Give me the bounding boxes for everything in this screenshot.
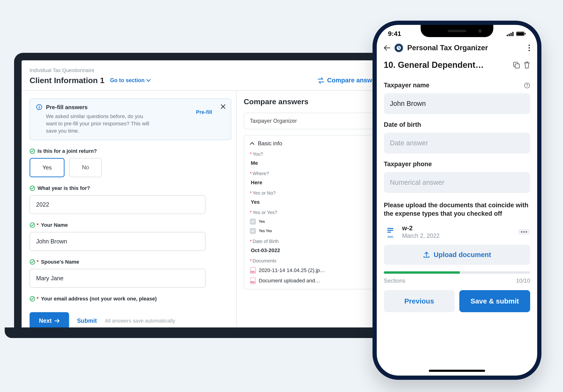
option-no[interactable]: No	[69, 158, 102, 177]
chevron-down-icon	[146, 79, 151, 82]
required-star: *	[37, 296, 39, 302]
question-spouse-name: * Spouse's Name	[30, 259, 231, 265]
previous-button[interactable]: Previous	[384, 290, 455, 312]
trash-icon[interactable]	[524, 61, 530, 69]
document-row[interactable]: IMG Document uploaded and…	[250, 277, 388, 284]
laptop-base	[5, 327, 426, 338]
dob-label: Date of birth	[384, 121, 530, 128]
upload-document-button[interactable]: Upload document	[384, 245, 530, 265]
accordion-header[interactable]: Basic info	[250, 140, 388, 147]
prefill-banner: Pre-fill answers We asked similar questi…	[30, 98, 231, 140]
app-title: Personal Tax Organizer	[407, 44, 488, 52]
phone-body: Taxpayer name ? John Brown Date of birth…	[377, 72, 537, 284]
laptop-screen: Individual Tax Questionnaire Client Info…	[14, 53, 416, 327]
yesyes-label: *Yes or Yes?	[250, 210, 388, 215]
goto-label: Go to section	[110, 77, 144, 84]
checkbox-icon	[250, 228, 256, 234]
dob-label: *Date of Birth	[250, 239, 388, 244]
svg-rect-6	[39, 106, 40, 109]
back-icon[interactable]	[384, 45, 390, 51]
organizer-select[interactable]: Taxpayer Organizer	[244, 113, 394, 129]
submit-button[interactable]: Submit	[77, 317, 97, 324]
check-icon	[30, 296, 35, 302]
status-time: 9:41	[388, 30, 401, 38]
svg-rect-31	[387, 228, 393, 229]
file-row[interactable]: DOC w-2 March 2, 2022	[384, 223, 530, 241]
svg-point-25	[528, 47, 530, 49]
next-button[interactable]: Next	[30, 312, 69, 327]
save-submit-button[interactable]: Save & submit	[459, 290, 530, 312]
taxpayer-name-label: Taxpayer name ?	[384, 82, 530, 89]
clock-icon	[395, 44, 403, 52]
svg-rect-33	[387, 232, 391, 233]
checkbox-yesyes[interactable]: Yes Yes	[250, 228, 388, 234]
name-field[interactable]: John Brown	[30, 232, 205, 251]
check-icon	[30, 148, 35, 154]
prefill-title: Pre-fill answers	[46, 104, 154, 111]
copy-icon[interactable]	[513, 62, 520, 68]
svg-point-36	[526, 231, 527, 233]
check-icon	[30, 222, 35, 228]
upload-icon	[423, 251, 430, 258]
compare-answers-link[interactable]: Compare answers	[317, 77, 382, 84]
check-icon	[30, 185, 35, 191]
image-file-icon: IMG	[250, 267, 256, 274]
help-icon[interactable]: ?	[524, 82, 530, 89]
dob-field[interactable]: Date answer	[384, 133, 530, 154]
prefill-description: We asked similar questions before, do yo…	[46, 113, 154, 134]
form-column: Pre-fill answers We asked similar questi…	[30, 91, 231, 327]
where-value: Here	[251, 180, 388, 186]
you-label: *You?	[250, 151, 388, 157]
page-header: Client Information 1 Go to section Compa…	[22, 76, 409, 91]
autosave-text: All answers save automatically	[105, 318, 175, 324]
file-date: March 2, 2022	[402, 232, 440, 239]
file-name: w-2	[402, 225, 440, 232]
arrow-right-icon	[54, 319, 60, 323]
phone-field[interactable]: Numerical answer	[384, 172, 530, 193]
battery-icon	[516, 31, 526, 36]
sections-counter: Sections 10/10	[384, 277, 530, 284]
option-yes[interactable]: Yes	[30, 158, 64, 177]
more-icon[interactable]	[528, 44, 530, 52]
svg-rect-19	[512, 32, 513, 36]
svg-rect-17	[509, 34, 510, 36]
documents-label: *Documents	[250, 258, 388, 264]
svg-text:IMG: IMG	[251, 271, 255, 273]
dob-value: Oct-03-2022	[251, 248, 388, 253]
signal-icon	[507, 31, 514, 36]
yesno-label: *Yes or No?	[250, 190, 388, 196]
svg-rect-28	[515, 64, 519, 68]
info-icon	[36, 104, 42, 110]
compare-panel-title: Compare answers	[244, 97, 394, 106]
year-field[interactable]: 2022	[30, 195, 205, 214]
check-icon	[30, 259, 35, 265]
you-value: Me	[251, 160, 388, 166]
doc-file-icon: DOC	[384, 225, 397, 239]
phone-device: 9:41 Personal Tax Organizer 10. General …	[372, 21, 541, 380]
taxpayer-name-field[interactable]: John Brown	[384, 93, 530, 114]
document-row[interactable]: IMG 2020-11-14 14.04.25 (2).jp…	[250, 267, 388, 274]
basic-info-accordion: Basic info *You? Me *Where? Here *Yes or…	[244, 135, 394, 289]
goto-section-dropdown[interactable]: Go to section	[110, 77, 151, 84]
prefill-link[interactable]: Pre-fill	[196, 109, 212, 115]
checkbox-icon	[250, 219, 256, 225]
question-year: What year is this for?	[30, 185, 231, 191]
svg-text:IMG: IMG	[251, 281, 255, 284]
svg-rect-18	[511, 33, 512, 36]
required-star: *	[37, 222, 39, 228]
yesno-value: Yes	[251, 199, 388, 205]
progress-fill	[384, 271, 460, 274]
close-icon[interactable]	[220, 104, 226, 109]
svg-rect-21	[517, 32, 524, 35]
chevron-up-icon	[250, 142, 255, 145]
checkbox-yes[interactable]: Yes	[250, 219, 388, 225]
upload-instructions: Please upload the documents that coincid…	[384, 201, 530, 218]
svg-point-5	[39, 105, 40, 106]
home-indicator[interactable]	[429, 370, 485, 372]
file-menu-button[interactable]	[518, 229, 530, 235]
more-horizontal-icon	[521, 231, 527, 233]
spouse-field[interactable]: Mary Jane	[30, 269, 205, 288]
required-star: *	[37, 259, 39, 265]
image-file-icon: IMG	[250, 277, 256, 284]
svg-rect-16	[507, 35, 508, 36]
